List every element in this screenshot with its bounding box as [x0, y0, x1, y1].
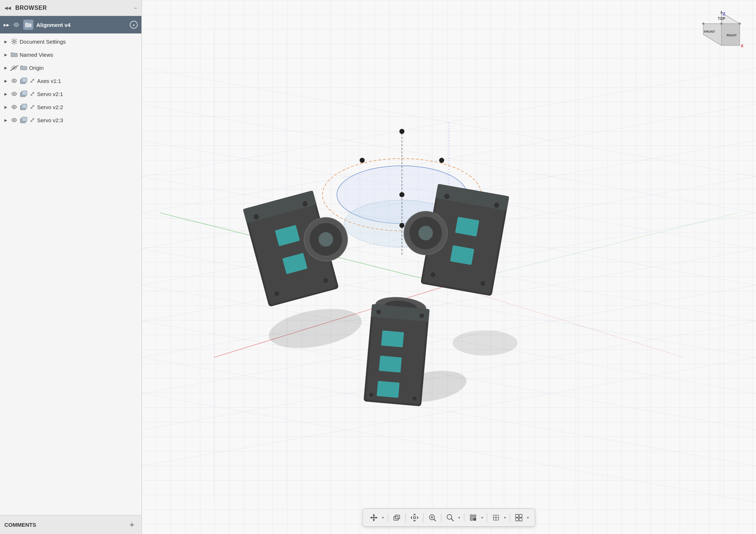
- collapse-icon[interactable]: ◀◀: [4, 5, 11, 11]
- component-icon-servo3: [20, 116, 28, 124]
- svg-rect-90: [379, 356, 402, 373]
- zoom-fit-button[interactable]: [426, 511, 439, 524]
- svg-point-105: [739, 23, 741, 25]
- servo-v2-1-label: Servo v2:1: [37, 91, 138, 97]
- link-icon-servo3: [29, 117, 36, 123]
- sep2: [406, 513, 406, 522]
- bottom-toolbar: ▼: [363, 509, 535, 527]
- viewport[interactable]: TOP FRONT RIGHT Z X: [142, 0, 756, 534]
- tree-item-servo-v2-2[interactable]: Servo v2:2: [0, 100, 141, 113]
- arrow-named-views[interactable]: [3, 52, 9, 57]
- zoom-dropdown[interactable]: ▼: [457, 511, 462, 524]
- svg-line-23: [142, 394, 756, 502]
- svg-point-13: [13, 119, 15, 121]
- grid-group: ▼: [490, 511, 508, 524]
- svg-rect-116: [395, 515, 400, 519]
- eye-icon-servo1[interactable]: [10, 90, 18, 98]
- arrow-servo-v2-2[interactable]: [3, 104, 9, 110]
- display-dropdown[interactable]: ▼: [480, 511, 485, 524]
- servo-v2-3-label: Servo v2:3: [37, 117, 138, 123]
- arrow-servo-v2-3[interactable]: [3, 117, 9, 123]
- view-options-button[interactable]: [512, 511, 526, 524]
- arrow-origin[interactable]: [3, 65, 9, 71]
- view-options-group: ▼: [512, 511, 531, 524]
- pan-button[interactable]: [408, 511, 421, 524]
- main-layout: ◀◀ BROWSER − ▶ Alignment v4 ●: [0, 0, 756, 534]
- svg-point-2: [13, 67, 15, 69]
- display-mode-button[interactable]: [467, 511, 480, 524]
- svg-point-57: [399, 223, 405, 228]
- arrow-servo-v2-1[interactable]: [3, 91, 9, 97]
- link-icon-axes: [29, 77, 36, 84]
- transform-group: ▼: [367, 511, 386, 524]
- svg-marker-111: [373, 514, 375, 516]
- tree-item-document-settings[interactable]: Document Settings: [0, 35, 141, 48]
- tree-item-servo-v2-3[interactable]: Servo v2:3: [0, 113, 141, 127]
- svg-text:RIGHT: RIGHT: [727, 33, 737, 37]
- doc-eye-icon[interactable]: [12, 21, 20, 29]
- named-views-label: Named Views: [20, 52, 138, 58]
- svg-line-123: [451, 519, 454, 521]
- document-item[interactable]: ▶ Alignment v4 ●: [0, 16, 141, 33]
- scene-svg: [142, 0, 756, 534]
- svg-text:X: X: [741, 44, 744, 48]
- svg-point-50: [453, 330, 518, 356]
- doc-arrow[interactable]: ▶: [4, 22, 9, 28]
- svg-line-119: [434, 519, 436, 521]
- svg-point-7: [13, 93, 15, 95]
- svg-point-48: [266, 303, 365, 355]
- minimize-icon[interactable]: −: [134, 5, 137, 11]
- transform-button[interactable]: [367, 511, 381, 524]
- tree-item-servo-v2-1[interactable]: Servo v2:1: [0, 87, 141, 100]
- link-icon-servo2: [29, 104, 36, 110]
- add-comment-button[interactable]: +: [127, 520, 137, 530]
- eye-icon-axes[interactable]: [10, 77, 18, 85]
- folder-icon-origin: [20, 64, 28, 72]
- svg-rect-15: [22, 117, 27, 121]
- zoom-button[interactable]: [444, 511, 457, 524]
- servo-v2-2-label: Servo v2:2: [37, 104, 138, 110]
- tree-item-axes-v1[interactable]: Axes v1:1: [0, 74, 141, 87]
- component-icon-servo2: [20, 103, 28, 111]
- svg-point-106: [720, 12, 723, 14]
- svg-rect-6: [22, 78, 27, 82]
- svg-rect-127: [474, 518, 476, 521]
- eye-icon-servo3[interactable]: [10, 116, 18, 124]
- svg-point-0: [16, 24, 17, 26]
- svg-rect-126: [470, 518, 473, 521]
- doc-camera-icon[interactable]: ●: [130, 21, 138, 29]
- display-group: ▼: [467, 511, 485, 524]
- sep5: [464, 513, 465, 522]
- tree-item-origin[interactable]: Origin: [0, 61, 141, 74]
- doc-folder-icon: [23, 20, 33, 30]
- eye-icon-origin[interactable]: [10, 64, 18, 72]
- sep1: [388, 513, 388, 522]
- folder-icon-named-views: [10, 51, 18, 59]
- sidebar-tree: Document Settings Named Views: [0, 33, 141, 515]
- view-cube[interactable]: TOP FRONT RIGHT Z X: [698, 11, 741, 55]
- grid-button[interactable]: [490, 511, 503, 524]
- svg-rect-12: [22, 104, 27, 108]
- grid-dropdown[interactable]: ▼: [503, 511, 508, 524]
- sep7: [510, 513, 510, 522]
- svg-point-56: [399, 192, 405, 197]
- svg-point-10: [13, 106, 15, 108]
- arrow-axes-v1[interactable]: [3, 78, 9, 84]
- svg-rect-91: [377, 381, 399, 398]
- document-label: Alignment v4: [36, 22, 127, 28]
- svg-text:Z: Z: [723, 12, 725, 16]
- svg-marker-112: [373, 519, 375, 521]
- svg-point-58: [439, 158, 444, 163]
- svg-rect-136: [516, 518, 519, 521]
- view-options-dropdown[interactable]: ▼: [526, 511, 531, 524]
- sep4: [441, 513, 442, 522]
- eye-icon-servo2[interactable]: [10, 103, 18, 111]
- svg-point-55: [399, 129, 405, 134]
- svg-marker-97: [703, 24, 721, 45]
- sep6: [487, 513, 487, 522]
- arrow-document-settings[interactable]: [3, 39, 9, 44]
- svg-rect-124: [470, 515, 473, 517]
- component-button[interactable]: [390, 511, 403, 524]
- tree-item-named-views[interactable]: Named Views: [0, 48, 141, 61]
- transform-dropdown[interactable]: ▼: [381, 511, 386, 524]
